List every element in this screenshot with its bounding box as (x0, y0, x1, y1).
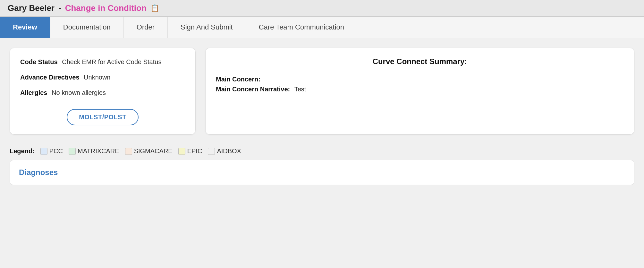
legend-item-pcc: PCC (40, 147, 63, 155)
main-content: Code Status Check EMR for Active Code St… (0, 38, 644, 195)
allergies-value: No known allergies (52, 89, 106, 96)
code-status-value: Check EMR for Active Code Status (62, 58, 161, 65)
aidbox-label: AIDBOX (217, 147, 241, 155)
tab-documentation[interactable]: Documentation (50, 17, 124, 38)
legend-item-matrixcare: MATRIXCARE (69, 147, 119, 155)
tab-sign-and-submit[interactable]: Sign And Submit (168, 17, 246, 38)
tab-care-team-communication[interactable]: Care Team Communication (246, 17, 357, 38)
tab-review[interactable]: Review (0, 17, 50, 38)
advance-directives-value: Unknown (84, 74, 110, 81)
legend-item-epic: EPIC (178, 147, 202, 155)
allergies-label: Allergies (20, 89, 47, 96)
matrixcare-label: MATRIXCARE (78, 147, 119, 155)
cards-row: Code Status Check EMR for Active Code St… (10, 48, 634, 135)
legend-item-aidbox: AIDBOX (208, 147, 241, 155)
diagnoses-section: Diagnoses (10, 160, 634, 185)
advance-directives-label: Advance Directives (20, 74, 80, 81)
legend-row: Legend: PCC MATRIXCARE SIGMACARE EPIC AI… (10, 147, 634, 155)
pcc-label: PCC (49, 147, 63, 155)
diagnoses-title: Diagnoses (19, 168, 625, 177)
allergies-row: Allergies No known allergies (20, 88, 185, 97)
molst-center: MOLST/POLST (20, 103, 185, 125)
code-status-label: Code Status (20, 58, 58, 65)
molst-polst-button[interactable]: MOLST/POLST (67, 109, 139, 125)
code-status-row: Code Status Check EMR for Active Code St… (20, 57, 185, 67)
sigmacare-swatch (125, 148, 132, 155)
condition-title: Change in Condition (65, 3, 147, 13)
patient-name: Gary Beeler (8, 3, 55, 13)
tab-order[interactable]: Order (124, 17, 168, 38)
main-concern-row: Main Concern: (216, 76, 624, 83)
header-separator: - (58, 3, 61, 13)
matrixcare-swatch (69, 148, 76, 155)
advance-directives-row: Advance Directives Unknown (20, 72, 185, 82)
sigmacare-label: SIGMACARE (134, 147, 173, 155)
tab-bar: Review Documentation Order Sign And Subm… (0, 17, 644, 38)
main-concern-narrative-label: Main Concern Narrative: (216, 86, 290, 93)
epic-label: EPIC (187, 147, 202, 155)
summary-title: Curve Connect Summary: (216, 57, 624, 66)
pcc-swatch (40, 148, 47, 155)
legend-item-sigmacare: SIGMACARE (125, 147, 173, 155)
legend-label: Legend: (10, 147, 35, 155)
top-header: Gary Beeler - Change in Condition 📋 (0, 0, 644, 17)
epic-swatch (178, 148, 185, 155)
aidbox-swatch (208, 148, 215, 155)
clipboard-icon: 📋 (150, 4, 159, 13)
patient-info-card: Code Status Check EMR for Active Code St… (10, 48, 196, 135)
main-concern-narrative-value: Test (294, 86, 306, 93)
main-concern-narrative-row: Main Concern Narrative: Test (216, 86, 624, 93)
main-concern-label: Main Concern: (216, 76, 260, 83)
curve-connect-summary-card: Curve Connect Summary: Main Concern: Mai… (205, 48, 634, 135)
